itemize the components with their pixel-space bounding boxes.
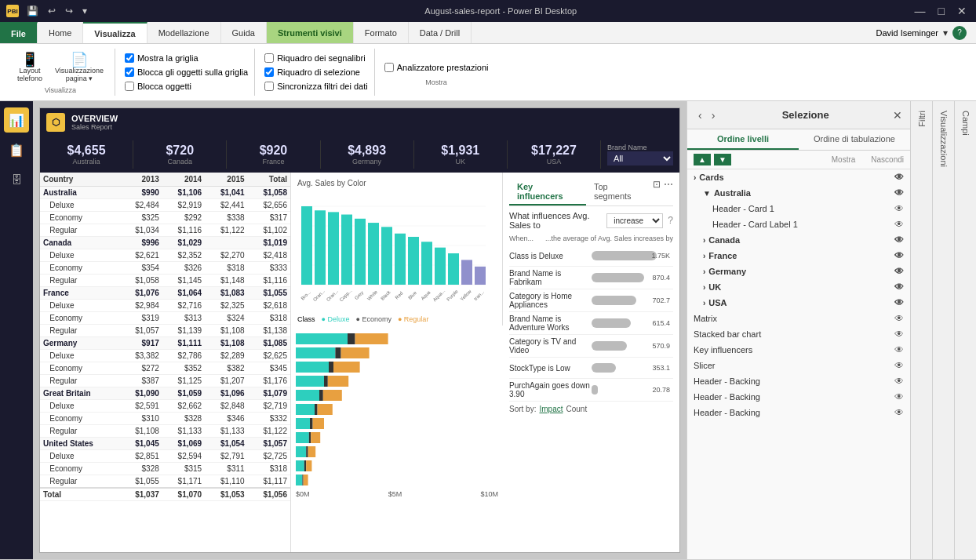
layer-item[interactable]: Header - Backing 👁 xyxy=(687,389,910,405)
save-button[interactable]: 💾 xyxy=(24,5,42,16)
layer-item[interactable]: Header - Card Label 1 👁 xyxy=(687,216,910,232)
layer-group-item[interactable]: ▼ Australia 👁 xyxy=(687,185,910,201)
check-blocca-oggetti-input[interactable] xyxy=(125,67,134,77)
undo-button[interactable]: ↩ xyxy=(45,5,59,16)
eye-icon[interactable]: 👁 xyxy=(894,250,904,261)
visualizzazione-pagina-button[interactable]: 📄 Visualizzazionepagina ▾ xyxy=(50,50,108,85)
layer-item[interactable]: Matrix 👁 xyxy=(687,311,910,326)
tab-modellazione[interactable]: Modellazione xyxy=(147,22,221,43)
panel-tab-ordine-tabulazione[interactable]: Ordine di tabulazione xyxy=(799,129,910,150)
help-button[interactable]: ? xyxy=(952,26,967,40)
nav-report-icon[interactable]: 📊 xyxy=(4,107,29,133)
eye-icon[interactable]: 👁 xyxy=(894,391,904,402)
ki-increase-select[interactable]: increase decrease xyxy=(606,213,663,228)
layer-item[interactable]: Slicer 👁 xyxy=(687,358,910,373)
check-blocca-oggetti-label: Blocca gli oggetti sulla griglia xyxy=(137,67,248,77)
check-blocca-input[interactable] xyxy=(125,82,134,91)
tab-data-drill[interactable]: Data / Drill xyxy=(409,22,472,43)
check-blocca-oggetti[interactable]: Blocca gli oggetti sulla griglia xyxy=(125,66,248,78)
eye-icon[interactable]: 👁 xyxy=(894,266,904,277)
layer-item[interactable]: Header - Backing 👁 xyxy=(687,405,910,420)
layer-group-item[interactable]: › Cards 👁 xyxy=(687,169,910,185)
layout-telefono-button[interactable]: 📱 Layouttelefono xyxy=(13,50,47,85)
eye-icon[interactable]: 👁 xyxy=(894,329,904,340)
eye-icon[interactable]: 👁 xyxy=(894,172,904,183)
tab-guida[interactable]: Guida xyxy=(221,22,267,43)
check-selezione[interactable]: Riquadro di selezione xyxy=(264,66,368,78)
nav-data-icon[interactable]: 📋 xyxy=(4,137,29,162)
eye-icon[interactable]: 👁 xyxy=(894,235,904,245)
row-label: Economy xyxy=(40,312,119,325)
maximize-button[interactable]: □ xyxy=(935,5,948,17)
layer-label: Header - Backing xyxy=(694,392,760,402)
layer-group-item[interactable]: › Canada 👁 xyxy=(687,232,910,248)
row-value: $3,382 xyxy=(119,350,162,362)
layer-group-item[interactable]: › USA 👁 xyxy=(687,295,910,311)
layer-group-item[interactable]: › France 👁 xyxy=(687,248,910,264)
check-sincronizza-input[interactable] xyxy=(264,82,274,91)
table-row: Economy$310$328$346$332 xyxy=(40,413,290,425)
tab-file[interactable]: File xyxy=(0,22,38,43)
check-mostra-griglia-input[interactable] xyxy=(125,53,134,63)
panel-forward-button[interactable]: › xyxy=(708,107,719,123)
row-value: $1,085 xyxy=(248,337,290,350)
ki-more-icon[interactable]: ⋯ xyxy=(664,179,673,205)
eye-icon[interactable]: 👁 xyxy=(894,219,904,230)
panel-tab-ordine-livelli[interactable]: Ordine livelli xyxy=(687,129,799,150)
sort-down-button[interactable]: ▼ xyxy=(714,154,731,165)
brand-filter-select[interactable]: All xyxy=(607,151,673,165)
ki-expand-icon[interactable]: ⊡ xyxy=(653,179,661,205)
layer-item[interactable]: Key influencers 👁 xyxy=(687,342,910,358)
stacked-bar-deluxe xyxy=(296,432,309,443)
nav-model-icon[interactable]: 🗄 xyxy=(4,167,29,192)
close-button[interactable]: ✕ xyxy=(954,5,970,17)
stacked-bar-deluxe xyxy=(296,446,306,457)
redo-button[interactable]: ↪ xyxy=(62,5,76,16)
panel-close-button[interactable]: ✕ xyxy=(893,109,902,122)
ki-help-icon[interactable]: ? xyxy=(668,215,673,226)
check-mostra-griglia[interactable]: Mostra la griglia xyxy=(125,52,248,64)
check-analizzatore-input[interactable] xyxy=(384,63,394,72)
ki-sort-impact[interactable]: Impact xyxy=(539,405,563,413)
kpi-usa: $17,227 USA xyxy=(508,140,601,169)
minimize-button[interactable]: — xyxy=(912,5,929,17)
eye-icon[interactable]: 👁 xyxy=(894,407,904,418)
stacked-bar-regular xyxy=(304,475,308,485)
layer-item[interactable]: Stacked bar chart 👁 xyxy=(687,326,910,342)
eye-icon[interactable]: 👁 xyxy=(894,376,904,387)
eye-icon[interactable]: 👁 xyxy=(894,187,904,198)
eye-icon[interactable]: 👁 xyxy=(894,203,904,214)
eye-icon[interactable]: 👁 xyxy=(894,360,904,371)
tab-key-influencers[interactable]: Key influencers xyxy=(509,179,586,205)
account-dropdown[interactable]: ▾ xyxy=(943,27,948,38)
tab-formato[interactable]: Formato xyxy=(354,22,409,43)
table-row: Regular$1,108$1,133$1,133$1,122 xyxy=(40,425,290,438)
more-quick-access-button[interactable]: ▾ xyxy=(79,5,90,16)
check-sincronizza[interactable]: Sincronizza filtri dei dati xyxy=(264,80,368,93)
sort-up-button[interactable]: ▲ xyxy=(694,154,711,165)
tab-home[interactable]: Home xyxy=(38,22,83,43)
check-segnalibri-input[interactable] xyxy=(264,53,274,63)
ki-factor-label: Class is Deluxe xyxy=(509,252,592,260)
layer-group-item[interactable]: › UK 👁 xyxy=(687,279,910,295)
panel-back-button[interactable]: ‹ xyxy=(695,107,705,123)
check-selezione-input[interactable] xyxy=(264,67,274,77)
check-analizzatore[interactable]: Analizzatore prestazioni xyxy=(384,61,489,74)
eye-icon[interactable]: 👁 xyxy=(894,297,904,308)
layer-group-item[interactable]: › Germany 👁 xyxy=(687,264,910,279)
check-segnalibri[interactable]: Riquadro dei segnalibri xyxy=(264,52,368,64)
layer-item[interactable]: Header - Card 1 👁 xyxy=(687,201,910,216)
ki-sort-count[interactable]: Count xyxy=(566,405,587,413)
tab-top-segments[interactable]: Top segments xyxy=(586,179,653,205)
legend-regular: ● Regular xyxy=(398,315,428,323)
tab-visualizza[interactable]: Visualizza xyxy=(83,22,147,43)
layer-item[interactable]: Header - Backing 👁 xyxy=(687,373,910,389)
check-blocca[interactable]: Blocca oggetti xyxy=(125,80,248,93)
ki-factor-item: Category is Home Appliances 702.7 xyxy=(509,289,673,312)
eye-icon[interactable]: 👁 xyxy=(894,282,904,293)
eye-icon[interactable]: 👁 xyxy=(894,344,904,355)
tab-strumenti-visivi[interactable]: Strumenti visivi xyxy=(267,22,354,43)
stacked-bar-regular xyxy=(311,432,320,443)
table-row: Economy$354$326$318$333 xyxy=(40,262,290,275)
eye-icon[interactable]: 👁 xyxy=(894,313,904,324)
